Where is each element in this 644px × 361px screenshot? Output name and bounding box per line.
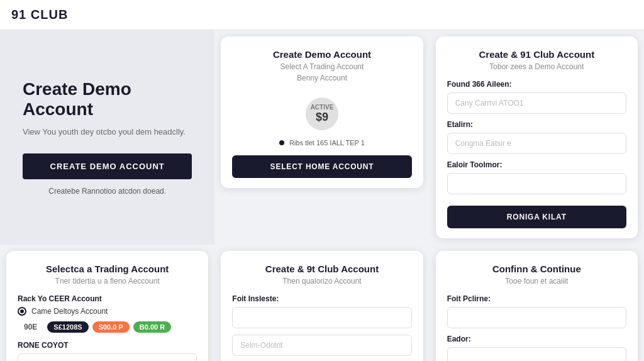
card2-field3-label: Ealoir Toolmor: [447, 160, 626, 169]
card2-field1-label: Found 366 Aileen: [447, 80, 626, 89]
select-home-account-button[interactable]: SELECT HOME ACCOUNT [232, 155, 411, 178]
card4-title: Create & 9t Club Account [232, 264, 411, 274]
card5-field1-label: Foit Pclirne: [447, 294, 626, 303]
badge-row: 90E S£1208S S00.0 P B0.00 R [18, 321, 197, 333]
cell-card5: Confinn & Continue Tooe foun et acaiiit … [430, 245, 644, 361]
main-layout: Create Demo Account View You youth dey o… [0, 30, 644, 357]
hero-title: Create Demo Account [23, 79, 192, 119]
hero-panel: Create Demo Account View You youth dey o… [0, 30, 214, 245]
badge3[interactable]: B0.00 R [133, 321, 171, 333]
card2-field1-input[interactable] [447, 92, 626, 114]
card3-title: Selectca a Trading Account [18, 264, 197, 274]
card-select-trading-bottom: Selectca a Trading Account Tner tidertia… [6, 251, 208, 361]
card3-section1-label: Rack Yo CEER Account [18, 294, 197, 303]
hero-note: Createbe Rannotioo atcdon doead. [23, 187, 192, 196]
step-info-row: Ribs tlet 165 IALL TEP 1 [232, 139, 411, 147]
logo: 91 CLUB [11, 8, 68, 21]
radio-label: Came Deltoys Account [31, 307, 108, 316]
step-circle: ACTIVE $9 [306, 97, 338, 130]
step-dot-icon [279, 140, 284, 145]
card2-submit-button[interactable]: RONIGA KILAT [447, 206, 626, 228]
card4-field2-input[interactable] [232, 335, 411, 356]
step-label: ACTIVE [311, 104, 334, 111]
card5-subtitle: Tooe foun et acaiiit [447, 277, 626, 286]
badge-count: 90E [18, 321, 43, 333]
card2-field2-input[interactable] [447, 133, 626, 154]
cell-card3: Selectca a Trading Account Tner tidertia… [0, 245, 214, 361]
card1-subtitle: Select A Trading Account [232, 62, 411, 71]
account-select[interactable]: S9 Cupe Yol.- S1Z2 S21 Y9er [18, 353, 197, 361]
card-confirm-continue: Confinn & Continue Tooe foun et acaiiit … [436, 251, 638, 361]
card1-title: Create Demo Account [232, 49, 411, 60]
card-select-trading: Create Demo Account Select A Trading Acc… [221, 36, 423, 188]
radio-row: Came Deltoys Account [18, 307, 197, 316]
card5-field2-label: Eador: [447, 335, 626, 343]
card4-field1-label: Foit Insleste: [232, 294, 411, 303]
card-create-91-top: Create & 91 Club Account Tobor zees a De… [436, 36, 638, 238]
create-demo-account-button[interactable]: CREATE DEMO ACCOUNT [23, 153, 192, 179]
card2-title: Create & 91 Club Account [447, 49, 626, 60]
radio-dot-inner [20, 309, 24, 313]
card2-field2-label: Etalirn: [447, 120, 626, 129]
header: 91 CLUB [0, 0, 644, 30]
cell-card2: Create & 91 Club Account Tobor zees a De… [430, 30, 644, 245]
card5-field2-input[interactable]: SEEL KJMI ONENSTHOCRR [447, 347, 626, 361]
badge2[interactable]: S00.0 P [92, 321, 130, 333]
card5-title: Confinn & Continue [447, 264, 626, 274]
card4-field1-input[interactable]: SELZ LANONCSEDER [232, 307, 411, 328]
step-num: $9 [316, 111, 328, 124]
badge1[interactable]: S£1208S [47, 321, 88, 333]
card3-section2-label: RONE COYOT [18, 341, 197, 350]
card3-subtitle: Tner tidertia u a fleno Aeccount [18, 277, 197, 286]
cell-card4: Create & 9t Club Account Then qualorizo … [214, 245, 429, 361]
card4-subtitle: Then qualorizo Account [232, 277, 411, 286]
hero-subtitle: View You youth dey otcbo youl dem headcl… [23, 126, 192, 138]
card1-sub2: Benny Account [232, 74, 411, 82]
card-create-91-bottom: Create & 9t Club Account Then qualorizo … [221, 251, 423, 361]
step-info-text: Ribs tlet 165 IALL TEP 1 [289, 139, 365, 147]
step-circle-wrap: ACTIVE $9 [232, 97, 411, 130]
card5-field1-input[interactable]: SELZRIANONCGELAT R [447, 307, 626, 328]
card2-field3-input[interactable]: SELZ AMERICON R [447, 173, 626, 194]
cell-card1: Create Demo Account Select A Trading Acc… [214, 30, 429, 245]
card2-subtitle: Tobor zees a Demo Account [447, 62, 626, 71]
radio-button[interactable] [18, 307, 26, 316]
select-wrap: S9 Cupe Yol.- S1Z2 S21 Y9er [18, 353, 197, 361]
